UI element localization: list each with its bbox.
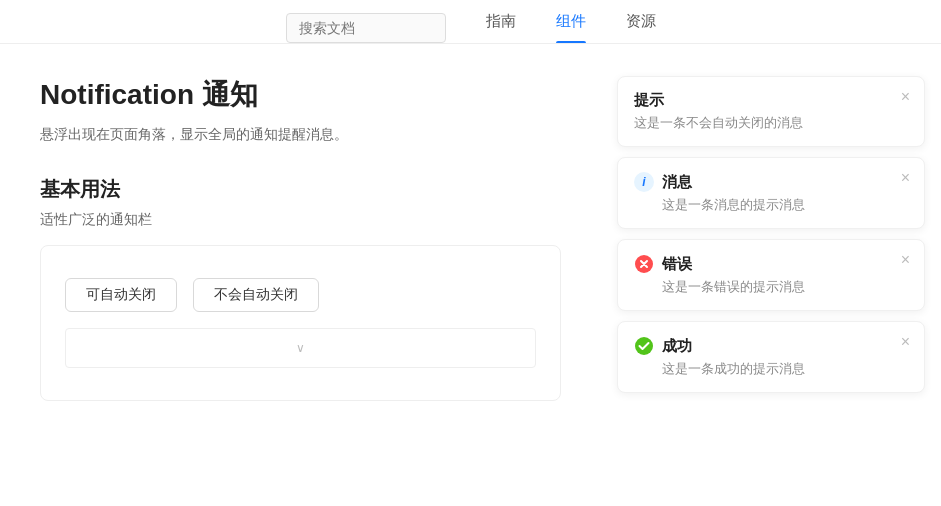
button-group: 可自动关闭 不会自动关闭 [65, 278, 536, 312]
notif-title-error: 错误 [662, 255, 692, 274]
chevron-down-icon: ∨ [296, 341, 305, 355]
main-layout: Notification 通知 悬浮出现在页面角落，显示全局的通知提醒消息。 基… [0, 44, 941, 433]
notification-plain: 提示 这是一条不会自动关闭的消息 × [617, 76, 925, 147]
page-title: Notification 通知 [40, 76, 561, 114]
section-title: 基本用法 [40, 176, 561, 203]
notif-body-info: 这是一条消息的提示消息 [662, 196, 908, 214]
success-icon [634, 336, 654, 356]
search-input[interactable] [286, 13, 446, 43]
nav-item-guide[interactable]: 指南 [486, 12, 516, 43]
info-icon: i [634, 172, 654, 192]
page-description: 悬浮出现在页面角落，显示全局的通知提醒消息。 [40, 126, 561, 144]
notification-info: i 消息 这是一条消息的提示消息 × [617, 157, 925, 229]
notif-header-error: 错误 [634, 254, 908, 274]
notif-header-success: 成功 [634, 336, 908, 356]
close-icon-error[interactable]: × [901, 252, 910, 268]
no-auto-close-button[interactable]: 不会自动关闭 [193, 278, 319, 312]
notif-header-info: i 消息 [634, 172, 908, 192]
notif-body-plain: 这是一条不会自动关闭的消息 [634, 114, 908, 132]
svg-point-1 [635, 337, 653, 355]
notification-error: 错误 这是一条错误的提示消息 × [617, 239, 925, 311]
notif-title-info: 消息 [662, 173, 692, 192]
notif-header-plain: 提示 [634, 91, 908, 110]
left-content: Notification 通知 悬浮出现在页面角落，显示全局的通知提醒消息。 基… [0, 44, 601, 433]
notification-panel: 提示 这是一条不会自动关闭的消息 × i 消息 这是一条消息的提示消息 × 错误 [601, 60, 941, 433]
close-icon-info[interactable]: × [901, 170, 910, 186]
top-navigation: 指南 组件 资源 [0, 0, 941, 44]
dropdown-area[interactable]: ∨ [65, 328, 536, 368]
notif-title-plain: 提示 [634, 91, 664, 110]
notif-title-success: 成功 [662, 337, 692, 356]
close-icon-success[interactable]: × [901, 334, 910, 350]
notif-body-success: 这是一条成功的提示消息 [662, 360, 908, 378]
section-description: 适性广泛的通知栏 [40, 211, 561, 229]
error-icon [634, 254, 654, 274]
notif-body-error: 这是一条错误的提示消息 [662, 278, 908, 296]
auto-close-button[interactable]: 可自动关闭 [65, 278, 177, 312]
close-icon-plain[interactable]: × [901, 89, 910, 105]
notification-success: 成功 这是一条成功的提示消息 × [617, 321, 925, 393]
demo-box: 可自动关闭 不会自动关闭 ∨ [40, 245, 561, 401]
nav-item-resource[interactable]: 资源 [626, 12, 656, 43]
nav-item-component[interactable]: 组件 [556, 12, 586, 43]
